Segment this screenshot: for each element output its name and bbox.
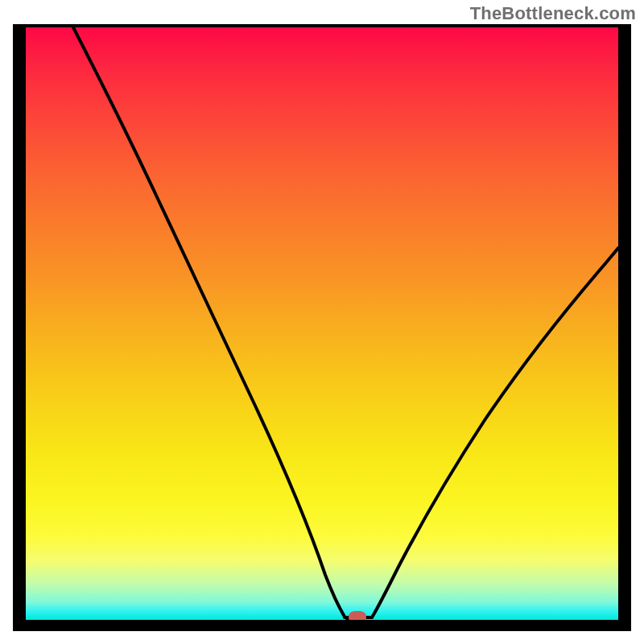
chart-curve-right bbox=[372, 248, 618, 617]
chart-curve bbox=[26, 27, 618, 620]
chart-frame bbox=[13, 24, 631, 631]
chart-minimum-marker bbox=[349, 611, 366, 620]
chart-plot-area bbox=[26, 27, 618, 620]
watermark-text: TheBottleneck.com bbox=[470, 3, 636, 24]
chart-curve-left bbox=[73, 27, 348, 619]
